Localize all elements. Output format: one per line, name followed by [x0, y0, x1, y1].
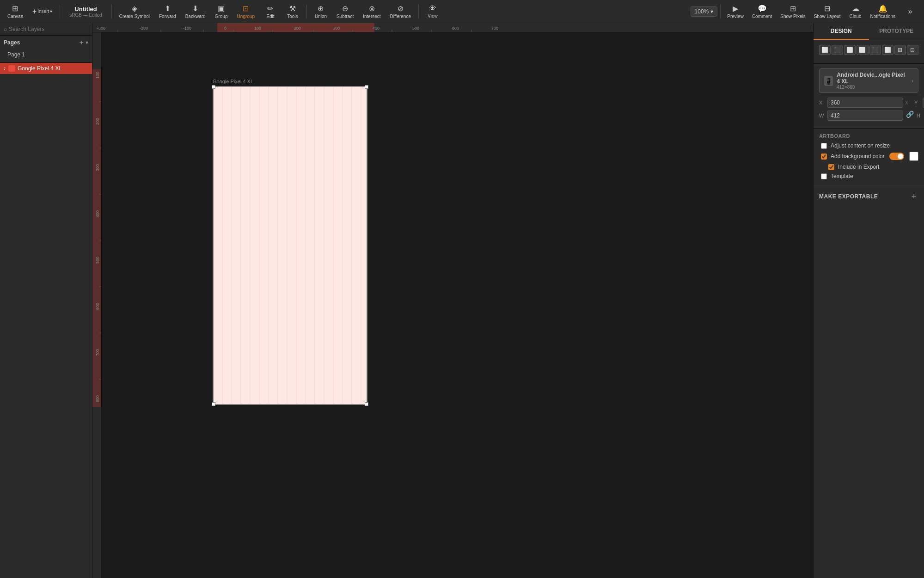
sep1: [60, 5, 60, 18]
align-left-button[interactable]: ⬜: [819, 45, 831, 55]
pages-actions: + ▾: [80, 38, 88, 47]
right-panel: DESIGN PROTOTYPE ⬜ ⬛ ⬜ ⬜ ⬛ ⬜ ⊞ ⊟ 📱: [813, 23, 924, 578]
make-exportable-section: MAKE EXPORTABLE +: [814, 187, 924, 206]
y-field: Y Y: [914, 98, 924, 108]
distribute-v-button[interactable]: ⊟: [907, 45, 918, 55]
union-button[interactable]: ⊕ Union: [311, 2, 331, 21]
canvas-area[interactable]: -300 -200 -100 0 100 200 300 400 500 600: [92, 23, 813, 578]
insert-button[interactable]: + Insert ▾: [29, 6, 56, 18]
difference-button[interactable]: ⊘ Difference: [386, 2, 415, 21]
distribute-h-button[interactable]: ⊞: [894, 45, 906, 55]
subtract-button[interactable]: ⊖ Subtract: [333, 2, 357, 21]
x-input[interactable]: [827, 98, 903, 108]
y-label: Y: [914, 100, 921, 105]
show-layout-button[interactable]: ⊟ Show Layout: [810, 2, 844, 21]
search-bar: ⌕: [0, 23, 92, 36]
align-center-v-button[interactable]: ⬛: [869, 45, 881, 55]
difference-label: Difference: [390, 14, 411, 19]
notifications-icon: 🔔: [878, 4, 887, 13]
w-field: W: [819, 111, 903, 121]
canvas-button[interactable]: ⊞ Canvas: [4, 2, 27, 21]
template-label: Template: [831, 173, 853, 179]
handle-br[interactable]: [365, 402, 368, 406]
align-center-h-button[interactable]: ⬛: [832, 45, 843, 55]
group-label: Group: [215, 14, 228, 19]
background-color-toggle[interactable]: [889, 153, 904, 160]
layer-item[interactable]: › Google Pixel 4 XL: [0, 63, 92, 74]
zoom-control[interactable]: 100% ▾: [691, 6, 718, 17]
edit-icon: ✏: [267, 4, 273, 13]
align-right-button[interactable]: ⬜: [844, 45, 856, 55]
svg-text:-300: -300: [97, 26, 105, 31]
page-item-label: Page 1: [7, 51, 25, 58]
more-button[interactable]: »: [900, 6, 920, 18]
add-background-color-row: Add background color: [819, 152, 918, 161]
include-export-checkbox[interactable]: [828, 164, 834, 170]
preview-icon: ▶: [733, 4, 738, 13]
ungroup-icon: ⊡: [243, 4, 249, 13]
coord-row-wh: W 🔗 H ▯ ▭: [819, 111, 918, 121]
svg-text:-100: -100: [183, 26, 191, 31]
ungroup-button[interactable]: ⊡ Ungroup: [233, 2, 258, 21]
panel-tabs: DESIGN PROTOTYPE: [814, 23, 924, 40]
handle-tr[interactable]: [365, 85, 368, 89]
show-pixels-button[interactable]: ⊞ Show Pixels: [777, 2, 809, 21]
handle-tl[interactable]: [212, 85, 215, 89]
adjust-content-checkbox[interactable]: [821, 143, 827, 149]
add-background-color-checkbox[interactable]: [821, 154, 827, 160]
page-item[interactable]: Page 1: [4, 49, 88, 60]
insert-chevron-icon: ▾: [50, 9, 52, 14]
zoom-chevron-icon: ▾: [710, 8, 713, 15]
background-color-swatch[interactable]: [909, 152, 918, 161]
coord-row-xy: X X Y Y: [819, 98, 918, 108]
include-export-row: Include in Export: [819, 164, 918, 170]
view-button[interactable]: 👁 View: [422, 2, 443, 20]
h-field: H: [917, 111, 924, 121]
ruler-left-svg: 100 200 300 400 500 600 700 800: [92, 32, 102, 578]
forward-label: Forward: [159, 14, 176, 19]
intersect-icon: ⊗: [369, 4, 375, 13]
add-page-icon[interactable]: +: [80, 38, 84, 47]
svg-text:0: 0: [224, 26, 226, 31]
h-label: H: [917, 113, 923, 118]
artboard-frame[interactable]: [213, 86, 367, 405]
create-symbol-button[interactable]: ◈ Create Symbol: [116, 2, 153, 21]
handle-bl[interactable]: [212, 402, 215, 406]
document-title[interactable]: Untitled: [74, 6, 97, 12]
forward-icon: ⬆: [165, 4, 171, 13]
align-top-button[interactable]: ⬜: [857, 45, 868, 55]
layer-thumbnail-icon: [8, 65, 15, 72]
tab-design[interactable]: DESIGN: [814, 23, 869, 40]
forward-button[interactable]: ⬆ Forward: [155, 2, 180, 21]
edit-button[interactable]: ✏ Edit: [260, 2, 281, 21]
insert-label: Insert: [37, 9, 49, 14]
add-exportable-button[interactable]: +: [909, 192, 918, 201]
pages-chevron-icon[interactable]: ▾: [86, 39, 88, 46]
tools-button[interactable]: ⚒ Tools: [282, 2, 303, 21]
w-input[interactable]: [827, 111, 903, 121]
comment-button[interactable]: 💬 Comment: [748, 2, 776, 21]
intersect-button[interactable]: ⊗ Intersect: [359, 2, 384, 21]
link-wh-icon[interactable]: 🔗: [906, 111, 914, 121]
view-icon: 👁: [429, 4, 436, 12]
group-button[interactable]: ▣ Group: [211, 2, 232, 21]
tab-prototype[interactable]: PROTOTYPE: [869, 23, 924, 40]
device-preset-button[interactable]: 📱 Android Devic...ogle Pixel 4 XL 412×86…: [819, 68, 918, 93]
adjust-content-row: Adjust content on resize: [819, 142, 918, 149]
align-bottom-button[interactable]: ⬜: [882, 45, 893, 55]
ruler-top: -300 -200 -100 0 100 200 300 400 500 600: [92, 23, 813, 32]
preview-button[interactable]: ▶ Preview: [723, 2, 747, 21]
document-subtitle: sRGB — Edited: [69, 12, 102, 18]
search-input[interactable]: [9, 26, 88, 32]
x-field: X X: [819, 98, 912, 108]
cloud-button[interactable]: ☁ Cloud: [845, 2, 866, 21]
svg-text:-200: -200: [140, 26, 148, 31]
device-details: Android Devic...ogle Pixel 4 XL 412×869: [837, 72, 908, 90]
canvas-label: Canvas: [7, 14, 23, 19]
backward-button[interactable]: ⬇ Backward: [182, 2, 209, 21]
template-checkbox[interactable]: [821, 173, 827, 179]
create-symbol-label: Create Symbol: [119, 14, 150, 19]
align-group: ⬜ ⬛ ⬜ ⬜ ⬛ ⬜ ⊞ ⊟: [819, 45, 918, 55]
notifications-button[interactable]: 🔔 Notifications: [867, 2, 899, 21]
tools-icon: ⚒: [289, 4, 296, 13]
